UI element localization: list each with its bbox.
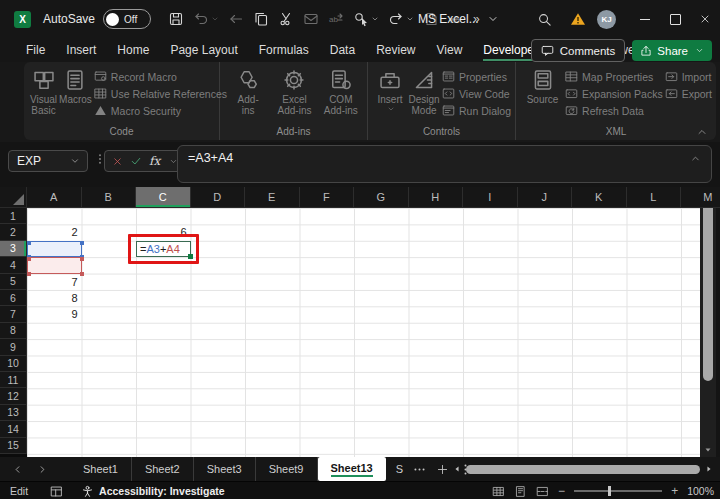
macro-record-icon[interactable] — [50, 485, 63, 498]
scroll-right-icon[interactable] — [704, 464, 714, 474]
column-header-d[interactable]: D — [191, 187, 246, 208]
tab-file[interactable]: File — [26, 40, 45, 61]
scroll-left-icon[interactable] — [452, 464, 462, 474]
page-layout-view-icon[interactable] — [514, 485, 527, 498]
insert-function-button[interactable]: fx — [149, 154, 160, 168]
export-button[interactable]: Export — [665, 86, 712, 101]
com-add-ins-button[interactable]: COM Add-ins — [319, 67, 363, 116]
undo-icon[interactable] — [190, 7, 222, 31]
row-header-6[interactable]: 6 — [0, 290, 27, 306]
column-header-l[interactable]: L — [627, 187, 682, 208]
column-header-f[interactable]: F — [300, 187, 355, 208]
row-header-11[interactable]: 11 — [0, 372, 27, 388]
save-icon[interactable] — [165, 7, 187, 31]
maximize-button[interactable] — [660, 0, 690, 38]
accessibility-checker[interactable]: Accessibility: Investigate — [81, 485, 224, 498]
view-code-button[interactable]: View Code — [442, 86, 511, 101]
row-header-15[interactable]: 15 — [0, 438, 27, 454]
tab-formulas[interactable]: Formulas — [259, 40, 309, 61]
column-header-m[interactable]: M — [681, 187, 720, 208]
row-header-3[interactable]: 3 — [0, 241, 27, 257]
zoom-slider[interactable] — [574, 490, 662, 492]
horizontal-scrollbar[interactable] — [452, 463, 714, 475]
macro-security-button[interactable]: Macro Security — [94, 103, 227, 118]
expansion-packs-button[interactable]: Expansion Packs — [565, 86, 663, 101]
run-dialog-button[interactable]: Run Dialog — [442, 103, 511, 118]
record-macro-button[interactable]: Record Macro — [94, 69, 227, 84]
sheet-tab-partial[interactable]: S — [386, 457, 409, 481]
comments-button[interactable]: Comments — [531, 39, 626, 62]
column-header-e[interactable]: E — [245, 187, 300, 208]
replace-icon[interactable]: ab — [325, 7, 347, 31]
row-header-5[interactable]: 5 — [0, 274, 27, 290]
tab-view[interactable]: View — [437, 40, 463, 61]
search-icon[interactable] — [534, 7, 555, 31]
row-header-10[interactable]: 10 — [0, 356, 27, 372]
tab-insert[interactable]: Insert — [66, 40, 96, 61]
scroll-down-icon[interactable] — [700, 443, 716, 457]
cut-icon[interactable] — [275, 7, 297, 31]
cell-a5[interactable]: 7 — [27, 274, 82, 290]
design-mode-button[interactable]: Design Mode — [408, 67, 440, 116]
zoom-out-button[interactable]: − — [558, 484, 565, 498]
row-header-12[interactable]: 12 — [0, 388, 27, 404]
tab-review[interactable]: Review — [376, 40, 415, 61]
document-title[interactable]: MS Excel... — [418, 0, 499, 38]
arrow-left-icon[interactable] — [225, 7, 247, 31]
column-header-g[interactable]: G — [354, 187, 409, 208]
add-ins-button[interactable]: Add- ins — [226, 67, 270, 116]
sheet-tab-sheet3[interactable]: Sheet3 — [194, 457, 256, 481]
source-button[interactable]: Source — [522, 67, 563, 105]
column-header-a[interactable]: A — [27, 187, 82, 208]
excel-logo-icon[interactable]: X — [14, 11, 31, 28]
tab-data[interactable]: Data — [330, 40, 355, 61]
formula-bar-input[interactable]: =A3+A4 — [177, 145, 712, 183]
insert-button[interactable]: Insert — [374, 67, 406, 113]
column-header-i[interactable]: I — [463, 187, 518, 208]
column-header-b[interactable]: B — [82, 187, 137, 208]
horizontal-scrollbar-thumb[interactable] — [466, 465, 700, 474]
row-header-7[interactable]: 7 — [0, 306, 27, 322]
tab-home[interactable]: Home — [117, 40, 149, 61]
column-header-k[interactable]: K — [572, 187, 627, 208]
cell-a7[interactable]: 9 — [27, 306, 82, 322]
autosave-toggle[interactable]: Off — [103, 9, 151, 29]
cancel-icon[interactable] — [112, 156, 123, 167]
column-header-j[interactable]: J — [518, 187, 573, 208]
row-header-9[interactable]: 9 — [0, 339, 27, 355]
horizontal-scrollbar-track[interactable] — [466, 465, 700, 474]
macros-button[interactable]: Macros — [59, 67, 92, 105]
row-header-8[interactable]: 8 — [0, 323, 27, 339]
column-header-c[interactable]: C — [136, 187, 191, 208]
minimize-button[interactable] — [630, 0, 660, 38]
more-sheets-icon[interactable] — [413, 463, 426, 476]
column-header-h[interactable]: H — [409, 187, 464, 208]
redo-icon[interactable] — [385, 7, 417, 31]
sheet-tab-sheet1[interactable]: Sheet1 — [70, 457, 132, 481]
visual-basic-button[interactable]: Visual Basic — [30, 67, 57, 116]
avatar[interactable]: KJ — [597, 10, 616, 29]
row-header-13[interactable]: 13 — [0, 405, 27, 421]
sheet-tab-sheet2[interactable]: Sheet2 — [132, 457, 194, 481]
paste-picture-icon[interactable] — [300, 7, 322, 31]
zoom-in-button[interactable]: + — [671, 484, 678, 498]
tab-page-layout[interactable]: Page Layout — [170, 40, 237, 61]
row-header-14[interactable]: 14 — [0, 421, 27, 437]
excel-add-ins-button[interactable]: Excel Add-ins — [272, 67, 316, 116]
sheet-tab-sheet9[interactable]: Sheet9 — [256, 457, 318, 481]
vertical-scrollbar-thumb[interactable] — [703, 203, 713, 381]
zoom-level[interactable]: 100% — [687, 485, 714, 497]
row-header-4[interactable]: 4 — [0, 257, 27, 273]
sheet-tab-sheet13[interactable]: Sheet13 — [318, 457, 386, 481]
next-sheet-icon[interactable] — [37, 464, 48, 475]
enter-icon[interactable] — [130, 155, 142, 167]
warning-icon[interactable] — [567, 7, 589, 31]
name-box[interactable]: EXP — [8, 150, 88, 172]
share-button[interactable]: Share — [632, 40, 712, 61]
page-break-view-icon[interactable] — [536, 485, 549, 498]
refresh-data-button[interactable]: Refresh Data — [565, 103, 663, 118]
cell-a6[interactable]: 8 — [27, 290, 82, 306]
row-header-1[interactable]: 1 — [0, 208, 27, 224]
close-button[interactable] — [690, 0, 720, 38]
normal-view-icon[interactable] — [492, 485, 505, 498]
